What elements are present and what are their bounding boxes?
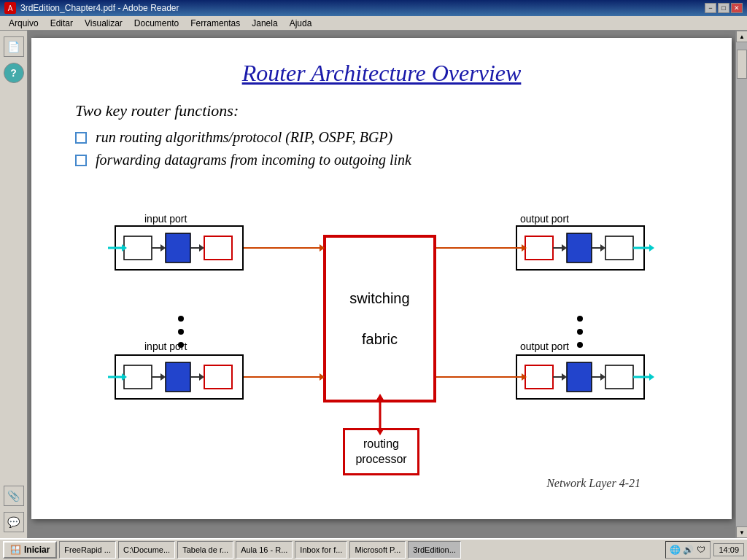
title-bar: A 3rdEdition_Chapter4.pdf - Adobe Reader… — [0, 0, 747, 16]
menu-arquivo[interactable]: Arquivo — [3, 18, 44, 29]
diagram-svg — [108, 198, 655, 497]
svg-point-53 — [577, 342, 583, 348]
svg-rect-9 — [204, 236, 232, 260]
app-icon: A — [4, 2, 16, 14]
scroll-down-button[interactable]: ▼ — [736, 526, 747, 538]
taskbar-freeRapid[interactable]: FreeRapid ... — [59, 541, 116, 559]
doc-icon[interactable]: 📄 — [4, 36, 24, 57]
maximize-button[interactable]: □ — [718, 3, 729, 13]
slide-content: Two key router functions: run routing al… — [31, 101, 732, 168]
svg-rect-40 — [525, 365, 553, 389]
svg-marker-50 — [649, 373, 654, 381]
taskbar-tabela[interactable]: Tabela de r... — [177, 541, 233, 559]
svg-point-26 — [178, 342, 184, 348]
taskbar-aula16[interactable]: Aula 16 - R... — [236, 541, 293, 559]
taskbar-documents[interactable]: C:\Docume... — [118, 541, 175, 559]
menu-ferramentas[interactable]: Ferramentas — [185, 18, 246, 29]
svg-rect-13 — [124, 365, 152, 389]
svg-rect-6 — [166, 233, 190, 262]
menu-editar[interactable]: Editar — [44, 18, 79, 29]
svg-rect-33 — [567, 233, 592, 262]
bullet-item-2: forwarding datagrams from incoming to ou… — [75, 152, 688, 168]
window-title: 3rdEdition_Chapter4.pdf - Adobe Reader — [20, 3, 179, 13]
taskbar-3rdedition[interactable]: 3rdEdition... — [408, 541, 461, 559]
close-button[interactable]: ✕ — [731, 3, 743, 13]
bullet-list: run routing algorithms/protocol (RIP, OS… — [75, 129, 688, 168]
scroll-thumb[interactable] — [737, 50, 747, 79]
svg-rect-28 — [525, 236, 553, 260]
svg-rect-45 — [567, 362, 592, 392]
svg-rect-1 — [124, 236, 152, 260]
svg-point-52 — [577, 329, 583, 335]
taskbar-microsoft[interactable]: Microsoft P... — [349, 541, 406, 559]
scroll-up-button[interactable]: ▲ — [736, 31, 747, 42]
menu-ajuda[interactable]: Ajuda — [284, 18, 318, 29]
bullet-text-1: run routing algorithms/protocol (RIP, OS… — [96, 129, 392, 146]
menu-documento[interactable]: Documento — [128, 18, 185, 29]
menu-visualizar[interactable]: Visualizar — [79, 18, 128, 29]
svg-marker-11 — [320, 244, 325, 252]
bullet-box-2 — [75, 155, 87, 166]
system-tray: 🌐 🔊 🛡 — [665, 541, 711, 559]
bullet-box-1 — [75, 132, 87, 144]
router-diagram: input port input port output port output… — [108, 198, 655, 497]
svg-marker-23 — [320, 373, 325, 381]
app-body: 📄 ? 📎 💬 Router Architecture Overview Two… — [0, 31, 747, 538]
clock: 14:09 — [713, 543, 744, 556]
taskbar: 🪟 Iniciar FreeRapid ... C:\Docume... Tab… — [0, 538, 747, 560]
network-tray-icon: 🌐 — [669, 544, 681, 556]
svg-point-24 — [178, 316, 184, 322]
start-icon: 🪟 — [10, 545, 21, 555]
menu-janela[interactable]: Janela — [246, 18, 283, 29]
slide: Router Architecture Overview Two key rou… — [31, 38, 732, 519]
bullet-item-1: run routing algorithms/protocol (RIP, OS… — [75, 129, 688, 146]
start-label: Iniciar — [24, 545, 50, 555]
volume-tray-icon: 🔊 — [682, 544, 694, 556]
svg-rect-36 — [605, 236, 633, 260]
svg-point-51 — [577, 316, 583, 322]
attachment-icon[interactable]: 📎 — [4, 486, 24, 506]
scroll-track[interactable] — [736, 42, 747, 526]
svg-marker-55 — [376, 394, 384, 401]
svg-rect-21 — [204, 365, 232, 389]
right-scrollbar[interactable]: ▲ ▼ — [735, 31, 747, 538]
security-tray-icon: 🛡 — [695, 544, 707, 556]
document-area: Router Architecture Overview Two key rou… — [28, 31, 735, 538]
network-layer-label: Network Layer 4-21 — [546, 477, 640, 490]
svg-marker-56 — [376, 428, 384, 435]
taskbar-right: 🌐 🔊 🛡 14:09 — [665, 541, 744, 559]
comment-icon[interactable]: 💬 — [4, 512, 24, 532]
start-button[interactable]: 🪟 Iniciar — [3, 541, 57, 559]
left-toolbar: 📄 ? 📎 💬 — [0, 31, 28, 538]
minimize-button[interactable]: − — [705, 3, 716, 13]
menu-bar: Arquivo Editar Visualizar Documento Ferr… — [0, 16, 747, 31]
taskbar-inbox[interactable]: Inbox for f... — [295, 541, 347, 559]
help-icon[interactable]: ? — [4, 63, 24, 83]
slide-title: Router Architecture Overview — [31, 38, 732, 101]
key-functions-label: Two key router functions: — [75, 101, 688, 120]
svg-marker-38 — [649, 244, 654, 252]
svg-point-25 — [178, 329, 184, 335]
bullet-text-2: forwarding datagrams from incoming to ou… — [96, 152, 411, 168]
svg-rect-18 — [166, 362, 190, 392]
svg-rect-48 — [605, 365, 633, 389]
